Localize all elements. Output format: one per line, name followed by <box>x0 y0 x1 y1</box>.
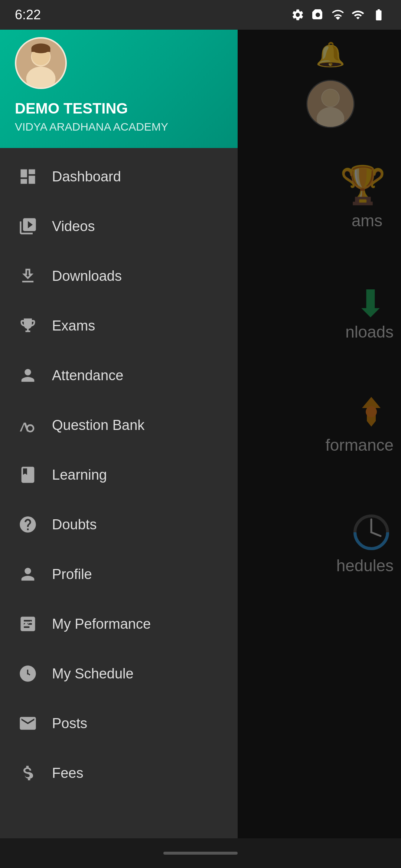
performance-icon <box>15 611 41 637</box>
profile-icon <box>15 561 41 587</box>
doubts-icon <box>15 512 41 537</box>
posts-icon <box>15 710 41 736</box>
schedule-icon <box>15 661 41 687</box>
menu-label-posts: Posts <box>52 716 87 731</box>
drawer-academy-name: VIDYA ARADHANA ACADEMY <box>15 121 223 133</box>
menu-item-question-bank[interactable]: Question Bank <box>0 400 238 450</box>
battery-icon <box>371 8 386 22</box>
menu-label-profile: Profile <box>52 566 92 582</box>
menu-item-downloads[interactable]: Downloads <box>0 251 238 301</box>
menu-label-question-bank: Question Bank <box>52 417 144 433</box>
menu-item-doubts[interactable]: Doubts <box>0 500 238 549</box>
menu-item-fees[interactable]: Fees <box>0 748 238 798</box>
fees-icon <box>15 760 41 786</box>
bottom-bar <box>0 838 401 868</box>
downloads-icon <box>15 263 41 289</box>
menu-list: Dashboard Videos Downloads <box>0 148 238 868</box>
status-bar: 6:22 <box>0 0 401 30</box>
learning-icon <box>15 462 41 488</box>
navigation-drawer: DEMO TESTING VIDYA ARADHANA ACADEMY Dash… <box>0 0 238 868</box>
menu-label-fees: Fees <box>52 765 83 781</box>
menu-item-attendance[interactable]: Attendance <box>0 351 238 400</box>
question-bank-icon <box>15 412 41 438</box>
status-icons <box>291 8 386 22</box>
menu-label-my-schedule: My Schedule <box>52 666 134 682</box>
status-time: 6:22 <box>15 7 41 23</box>
menu-label-videos: Videos <box>52 218 95 234</box>
drawer-avatar <box>15 37 67 89</box>
menu-label-attendance: Attendance <box>52 368 123 384</box>
drawer-user-name: DEMO TESTING <box>15 100 223 117</box>
menu-label-doubts: Doubts <box>52 517 97 533</box>
exams-icon <box>15 313 41 339</box>
menu-label-dashboard: Dashboard <box>52 169 121 185</box>
menu-item-dashboard[interactable]: Dashboard <box>0 152 238 201</box>
videos-icon <box>15 213 41 239</box>
menu-label-learning: Learning <box>52 467 107 483</box>
attendance-icon <box>15 362 41 388</box>
signal-icon <box>351 8 365 22</box>
menu-label-my-performance: My Peformance <box>52 616 151 632</box>
wifi-icon <box>331 8 345 22</box>
menu-item-exams[interactable]: Exams <box>0 301 238 351</box>
svg-rect-15 <box>32 48 50 52</box>
menu-item-posts[interactable]: Posts <box>0 698 238 748</box>
menu-item-learning[interactable]: Learning <box>0 450 238 500</box>
sim-icon <box>311 8 325 22</box>
menu-item-videos[interactable]: Videos <box>0 201 238 251</box>
menu-label-exams: Exams <box>52 318 95 334</box>
menu-item-profile[interactable]: Profile <box>0 549 238 599</box>
dashboard-icon <box>15 164 41 190</box>
menu-item-my-schedule[interactable]: My Schedule <box>0 649 238 698</box>
settings-icon <box>291 8 304 22</box>
menu-label-downloads: Downloads <box>52 268 122 284</box>
home-indicator <box>163 852 238 855</box>
menu-item-my-performance[interactable]: My Peformance <box>0 599 238 649</box>
